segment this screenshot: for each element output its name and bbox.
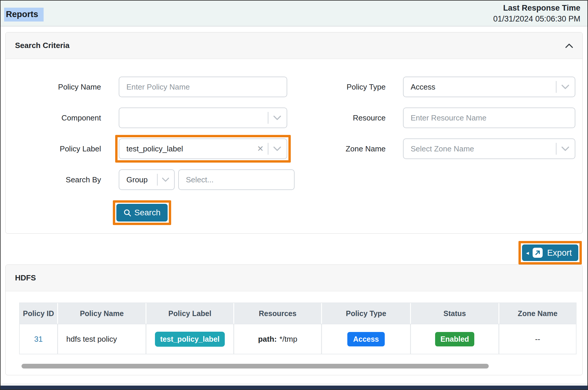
component-label: Component xyxy=(17,113,101,123)
reports-screen: Reports Last Response Time 01/31/2024 05… xyxy=(0,0,588,390)
export-button-highlight-box: ◂ Export xyxy=(518,241,582,265)
chevron-down-icon xyxy=(561,85,569,90)
hdfs-header: HDFS xyxy=(6,265,582,291)
search-criteria-title: Search Criteria xyxy=(15,41,70,50)
resource-key: path: xyxy=(258,335,277,343)
col-policy-id: Policy ID xyxy=(20,303,58,324)
select-divider xyxy=(268,112,268,124)
window-edge-line xyxy=(1,384,587,384)
select-divider xyxy=(157,174,158,186)
search-button-highlight-box: Search xyxy=(113,200,171,225)
search-button-label: Search xyxy=(134,208,161,217)
policy-name-input[interactable] xyxy=(119,77,287,97)
hdfs-title: HDFS xyxy=(15,273,36,282)
top-bar: Reports Last Response Time 01/31/2024 05… xyxy=(1,1,587,27)
caret-left-icon: ◂ xyxy=(526,250,529,256)
policy-type-select[interactable]: Access xyxy=(403,77,575,97)
policy-label-badge: test_policy_label xyxy=(155,332,225,347)
chevron-down-icon xyxy=(561,146,569,151)
form-row-4: Search By Group xyxy=(17,169,582,190)
export-icon xyxy=(532,247,543,258)
col-policy-label: Policy Label xyxy=(146,303,234,324)
policy-type-label: Policy Type xyxy=(287,82,386,92)
select-divider xyxy=(556,81,556,93)
zone-name-cell: -- xyxy=(499,324,576,354)
bottom-bar xyxy=(1,386,587,389)
resource-value: */tmp xyxy=(279,335,297,343)
form-row-1: Policy Name Policy Type Access xyxy=(17,77,582,97)
policy-label-highlight-box: test_policy_label ✕ xyxy=(115,135,291,163)
search-icon xyxy=(123,209,131,217)
export-button-label: Export xyxy=(547,248,572,258)
policy-label-label: Policy Label xyxy=(17,144,101,153)
collapse-chevron-up-icon[interactable] xyxy=(565,43,573,48)
resource-label: Resource xyxy=(287,113,386,123)
search-button[interactable]: Search xyxy=(116,204,168,222)
hdfs-body: Policy ID Policy Name Policy Label Resou… xyxy=(6,291,582,375)
last-response-time-value: 01/31/2024 05:06:30 PM xyxy=(493,14,580,24)
hdfs-panel: HDFS Policy ID Policy Name Policy Label … xyxy=(5,265,583,375)
col-policy-name: Policy Name xyxy=(58,303,146,324)
zone-name-label: Zone Name xyxy=(287,144,386,153)
component-select[interactable] xyxy=(119,108,287,128)
export-row: ◂ Export xyxy=(5,234,583,265)
col-policy-type: Policy Type xyxy=(322,303,411,324)
col-resources: Resources xyxy=(234,303,322,324)
resource-input[interactable] xyxy=(403,108,575,128)
table-row: 31 hdfs test policy test_policy_label pa… xyxy=(20,324,576,354)
policy-name-label: Policy Name xyxy=(17,82,101,92)
search-by-label: Search By xyxy=(17,175,101,184)
policy-name-cell: hdfs test policy xyxy=(58,324,146,354)
search-criteria-body: Policy Name Policy Type Access xyxy=(6,59,582,233)
policy-label-select[interactable]: test_policy_label ✕ xyxy=(119,138,287,159)
zone-name-select[interactable]: Select Zone Name xyxy=(403,138,575,159)
clear-icon[interactable]: ✕ xyxy=(257,145,264,153)
table-header-row: Policy ID Policy Name Policy Label Resou… xyxy=(20,303,576,324)
select-divider xyxy=(268,143,268,155)
search-by-value-input[interactable] xyxy=(178,169,295,190)
last-response-time: Last Response Time 01/31/2024 05:06:30 P… xyxy=(493,4,580,24)
chevron-down-icon xyxy=(273,115,281,120)
search-button-row: Search xyxy=(113,200,582,225)
policy-type-badge: Access xyxy=(347,332,385,346)
col-zone-name: Zone Name xyxy=(499,303,576,324)
export-button[interactable]: ◂ Export xyxy=(522,244,578,261)
last-response-time-label: Last Response Time xyxy=(493,4,580,13)
page-title: Reports xyxy=(4,8,44,22)
zone-name-placeholder: Select Zone Name xyxy=(404,144,575,153)
search-criteria-header[interactable]: Search Criteria xyxy=(6,32,582,59)
select-divider xyxy=(556,143,556,155)
search-criteria-panel: Search Criteria Policy Name Policy Type … xyxy=(5,32,583,234)
policy-type-value: Access xyxy=(404,82,575,92)
resources-cell: path:*/tmp xyxy=(234,324,322,354)
chevron-down-icon xyxy=(273,146,281,151)
search-by-type-select[interactable]: Group xyxy=(119,169,175,190)
policies-table: Policy ID Policy Name Policy Label Resou… xyxy=(19,303,577,354)
form-row-3: Policy Label test_policy_label ✕ xyxy=(17,138,582,159)
form-row-2: Component Resource xyxy=(17,108,582,128)
horizontal-scrollbar[interactable] xyxy=(22,364,489,368)
status-badge: Enabled xyxy=(435,332,474,346)
col-status: Status xyxy=(411,303,499,324)
policy-id-link[interactable]: 31 xyxy=(34,335,43,343)
chevron-down-icon xyxy=(162,177,169,182)
